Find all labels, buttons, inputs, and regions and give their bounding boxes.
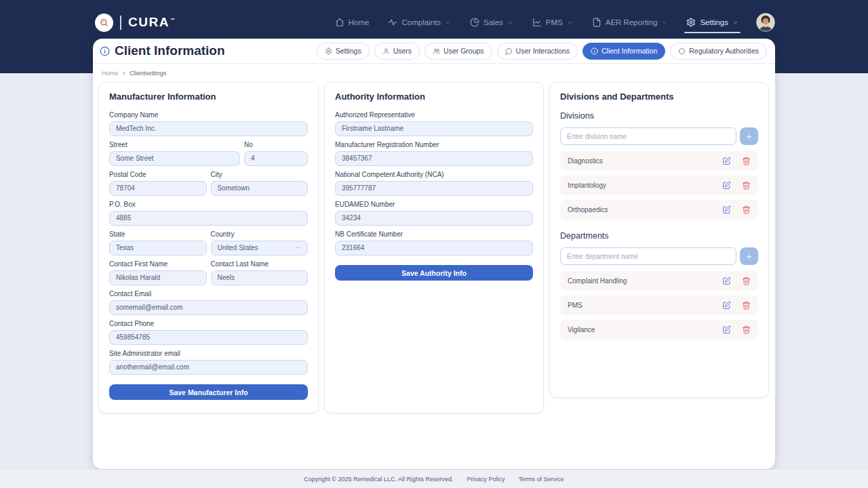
po-box-input[interactable] [109,211,308,226]
division-row: Orthopaedics [560,200,758,220]
nav-item-aer-reporting[interactable]: AER Reporting [592,18,668,27]
division-name-input[interactable] [560,127,736,145]
nav-item-pms[interactable]: PMS [532,18,573,27]
trash-icon [742,157,751,165]
chevron-down-icon [661,20,667,26]
country-select[interactable]: United States [211,241,309,256]
field-label: Contact Last Name [211,260,309,268]
privacy-policy-link[interactable]: Privacy Policy [467,476,505,483]
field-label: State [109,230,207,238]
contact-first-name-input[interactable] [109,270,207,285]
tab-settings[interactable]: Settings [317,43,370,60]
nav-item-complaints[interactable]: Complaints [388,18,451,27]
street-no-input[interactable] [244,151,308,166]
save-manufacturer-button[interactable]: Save Manufacturer Info [109,384,308,400]
authority-information-card: Authority Information Authorized Represe… [324,82,544,413]
logo-mark [95,14,113,32]
field-label: City [211,171,309,178]
logo-glyph-icon [98,17,110,28]
field-label: Site Administrator email [109,350,308,357]
card-title: Manufacturer Information [109,92,308,102]
state-input[interactable] [109,241,207,256]
nav-label-complaints: Complaints [401,18,441,26]
field-label: NB Certificate Number [335,230,533,238]
chevron-down-icon [445,20,451,26]
division-name: Orthopaedics [568,206,608,214]
edit-department-button[interactable] [722,325,731,334]
contact-phone-input[interactable] [109,330,308,345]
brand-logo[interactable]: CURA™ [95,14,175,32]
nav-item-settings[interactable]: Settings [686,18,738,27]
edit-division-button[interactable] [722,205,731,214]
trash-icon [742,181,751,190]
field-label: Contact Phone [109,320,308,327]
nb-certificate-number-input[interactable] [335,241,533,256]
page-title: Client Information [100,43,225,58]
edit-division-button[interactable] [722,157,731,165]
divisions-heading: Divisions [560,111,758,121]
tab-users[interactable]: Users [374,43,420,60]
save-authority-button[interactable]: Save Authority Info [335,265,533,281]
trash-icon [742,301,751,310]
company-name-input[interactable] [109,121,308,136]
nav-item-home[interactable]: Home [335,18,370,27]
app-header: CURA™ Home Complaints Sales PMS [0,0,868,38]
nav-label-home: Home [349,18,370,26]
delete-department-button[interactable] [742,301,751,310]
delete-division-button[interactable] [742,205,751,214]
chat-bubble-icon [505,47,513,55]
registration-number-input[interactable] [335,151,533,166]
field-authorized-representative: Authorized Representative [335,111,533,136]
nca-input[interactable] [335,181,533,196]
nav-label-aer: AER Reporting [606,18,658,26]
postal-code-input[interactable] [109,181,207,196]
add-department-button[interactable]: + [740,247,758,265]
field-po-box: P.O. Box [109,201,308,226]
add-department-row: + [560,247,758,265]
delete-department-button[interactable] [742,325,751,334]
field-contact-phone: Contact Phone [109,320,308,345]
tab-user-interactions[interactable]: User Interactions [497,43,578,60]
contact-email-input[interactable] [109,300,308,315]
tab-client-information[interactable]: Client Information [583,43,665,60]
tab-user-groups[interactable]: User Groups [425,43,492,60]
delete-division-button[interactable] [742,181,751,190]
tab-regulatory-authorities[interactable]: Regulatory Authorities [670,43,767,60]
contact-last-name-input[interactable] [211,270,309,285]
field-nca: National Competent Authority (NCA) [335,171,533,196]
add-division-button[interactable]: + [740,127,758,145]
terms-of-service-link[interactable]: Terms of Service [519,476,564,483]
field-label: Postal Code [109,171,207,178]
logo-divider [120,16,121,30]
field-label: EUDAMED Number [335,201,533,208]
file-icon [592,18,601,27]
site-admin-email-input[interactable] [109,360,308,375]
page-footer: Copyright © 2025 Remedical LLC. All Righ… [0,470,868,488]
field-label: Street [109,141,240,148]
line-chart-icon [532,18,542,27]
field-label: Contact Email [109,290,308,298]
user-avatar[interactable] [756,13,775,32]
manufacturer-information-card: Manufacturer Information Company Name St… [98,82,319,413]
delete-division-button[interactable] [742,157,751,165]
edit-division-button[interactable] [722,181,731,190]
delete-department-button[interactable] [742,277,751,285]
division-row: Diagnostics [560,151,758,171]
city-input[interactable] [211,181,309,196]
department-name-input[interactable] [560,247,736,265]
street-input[interactable] [109,151,240,166]
eudamed-number-input[interactable] [335,211,533,226]
authorized-representative-input[interactable] [335,121,533,136]
field-site-admin-email: Site Administrator email [109,350,308,375]
breadcrumb-home[interactable]: Home [102,70,118,77]
page-title-row: Client Information Settings Users User G… [93,39,775,64]
settings-tabs: Settings Users User Groups User Interact… [317,43,767,60]
edit-department-button[interactable] [722,277,731,285]
home-icon [335,18,344,27]
trash-icon [742,205,751,214]
edit-department-button[interactable] [722,301,731,310]
gear-icon [325,47,332,55]
field-registration-number: Manufacturer Registration Number [335,141,533,166]
card-title: Divisions and Departments [560,92,758,102]
nav-item-sales[interactable]: Sales [470,18,513,27]
